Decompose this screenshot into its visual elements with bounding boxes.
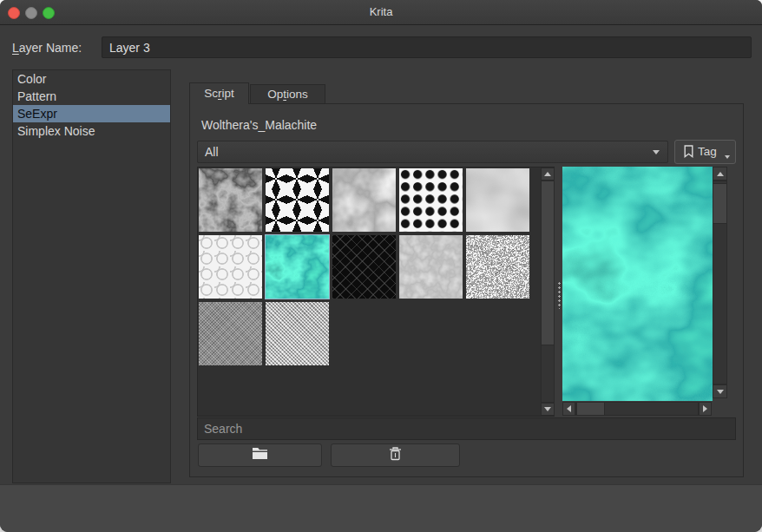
list-item-simplex-noise[interactable]: Simplex Noise [13, 122, 170, 140]
tag-filter-value: All [205, 141, 219, 162]
tag-filter-combobox[interactable]: All [197, 141, 668, 163]
list-item-seexpr[interactable]: SeExpr [13, 105, 170, 122]
pattern-thumbnail[interactable] [199, 302, 262, 365]
layer-name-label: Layer Name: [12, 36, 82, 59]
scrollbar-thumb[interactable] [541, 181, 555, 345]
trash-icon [389, 446, 402, 464]
preview-scrollbar-vertical[interactable] [713, 167, 727, 398]
pattern-preview [562, 167, 713, 401]
arrow-right-icon [703, 405, 707, 412]
fill-source-list: Color Pattern SeExpr Simplex Noise [12, 69, 171, 483]
arrow-down-icon [544, 407, 551, 411]
arrow-up-icon [544, 172, 551, 176]
tag-button-label: Tag [698, 141, 717, 163]
splitter-handle[interactable] [557, 281, 562, 309]
scroll-down-button[interactable] [541, 403, 555, 416]
arrow-left-icon [567, 405, 571, 412]
pattern-thumbnail[interactable] [466, 168, 529, 232]
preview-scrollbar-horizontal[interactable] [562, 402, 712, 416]
import-resource-button[interactable] [198, 443, 322, 467]
pattern-thumbnail[interactable] [399, 168, 463, 232]
tag-button[interactable]: Tag [674, 140, 736, 164]
arrow-down-icon [717, 390, 724, 394]
layer-name-input[interactable] [102, 36, 752, 58]
search-input[interactable] [197, 417, 736, 440]
folder-icon [252, 447, 268, 463]
list-item-color[interactable]: Color [13, 70, 170, 88]
pattern-thumbnail-view [197, 167, 555, 417]
tab-script[interactable]: Script [189, 82, 249, 104]
pattern-thumbnail[interactable] [199, 235, 262, 299]
scroll-up-button[interactable] [713, 167, 727, 181]
scrollbar-thumb[interactable] [713, 183, 727, 224]
pattern-thumbnail[interactable] [266, 168, 329, 232]
arrow-up-icon [717, 172, 724, 176]
scroll-down-button[interactable] [713, 384, 727, 398]
pattern-thumbnail[interactable] [466, 235, 529, 299]
bookmark-icon [684, 145, 693, 161]
dialog-button-box: Cancel OK [0, 484, 762, 532]
scroll-right-button[interactable] [699, 402, 712, 416]
krita-dialog-window: Krita Layer Name: Color Pattern SeExpr S… [0, 0, 762, 532]
pattern-thumbnail-selected[interactable] [266, 235, 329, 299]
window-title: Krita [0, 0, 762, 24]
scrollbar-thumb[interactable] [576, 402, 605, 416]
pattern-thumbnail[interactable] [266, 302, 329, 365]
thumbnail-scrollbar-vertical[interactable] [541, 167, 555, 416]
pattern-thumbnail[interactable] [399, 235, 463, 299]
tab-options[interactable]: Options [250, 84, 325, 104]
list-item-pattern[interactable]: Pattern [13, 88, 170, 105]
delete-resource-button[interactable] [331, 443, 460, 467]
title-bar[interactable]: Krita [0, 0, 762, 25]
pattern-thumbnail[interactable] [199, 168, 262, 232]
scroll-up-button[interactable] [541, 167, 555, 181]
scroll-left-button[interactable] [562, 402, 575, 416]
chevron-down-icon [725, 155, 730, 159]
pattern-thumbnail[interactable] [332, 235, 396, 299]
pattern-thumbnail[interactable] [332, 168, 396, 232]
current-pattern-name: Wolthera's_Malachite [201, 118, 317, 132]
pattern-thumbnail-grid [199, 168, 529, 365]
chevron-down-icon [653, 150, 660, 154]
